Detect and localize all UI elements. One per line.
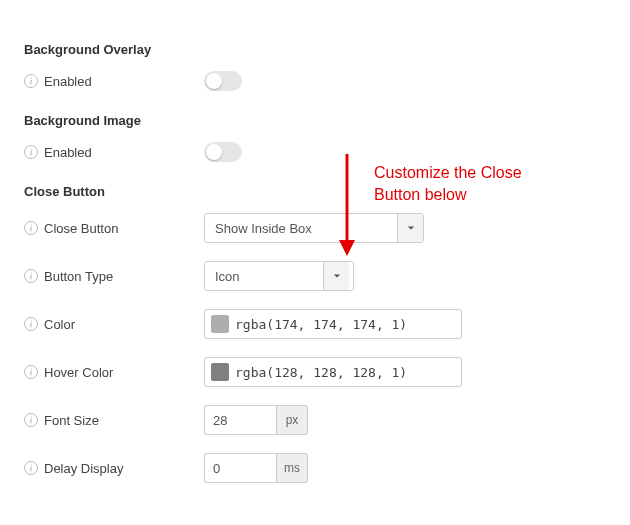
color-swatch[interactable]: [211, 363, 229, 381]
toggle-overlay-enabled[interactable]: [204, 71, 242, 91]
select-close-button-value: Show Inside Box: [205, 214, 397, 242]
label-button-type: Button Type: [44, 269, 113, 284]
row-close-button: i Close Button Show Inside Box: [24, 213, 614, 243]
input-color-text[interactable]: [235, 317, 455, 332]
input-color[interactable]: [204, 309, 462, 339]
label-font-size: Font Size: [44, 413, 99, 428]
section-heading-closebtn: Close Button: [24, 184, 614, 199]
info-icon[interactable]: i: [24, 413, 38, 427]
info-icon[interactable]: i: [24, 269, 38, 283]
input-font-size: px: [204, 405, 308, 435]
row-color: i Color: [24, 309, 614, 339]
chevron-down-icon[interactable]: [397, 214, 423, 242]
input-hover-color-text[interactable]: [235, 365, 455, 380]
label-close-button: Close Button: [44, 221, 118, 236]
toggle-knob: [206, 73, 222, 89]
row-delay-display: i Delay Display ms: [24, 453, 614, 483]
info-icon[interactable]: i: [24, 461, 38, 475]
input-hover-color[interactable]: [204, 357, 462, 387]
label-bgimage-enabled: Enabled: [44, 145, 92, 160]
row-hover-color: i Hover Color: [24, 357, 614, 387]
unit-px: px: [276, 405, 308, 435]
select-button-type-value: Icon: [205, 262, 323, 290]
input-font-size-value[interactable]: [204, 405, 276, 435]
select-close-button[interactable]: Show Inside Box: [204, 213, 424, 243]
input-delay-value[interactable]: [204, 453, 276, 483]
info-icon[interactable]: i: [24, 317, 38, 331]
toggle-bgimage-enabled[interactable]: [204, 142, 242, 162]
unit-ms: ms: [276, 453, 308, 483]
section-heading-overlay: Background Overlay: [24, 42, 614, 57]
row-font-size: i Font Size px: [24, 405, 614, 435]
info-icon[interactable]: i: [24, 74, 38, 88]
chevron-down-icon[interactable]: [323, 262, 349, 290]
info-icon[interactable]: i: [24, 221, 38, 235]
select-button-type[interactable]: Icon: [204, 261, 354, 291]
section-heading-bgimage: Background Image: [24, 113, 614, 128]
color-swatch[interactable]: [211, 315, 229, 333]
row-bgimage-enabled: i Enabled: [24, 142, 614, 162]
label-delay-display: Delay Display: [44, 461, 123, 476]
label-hover-color: Hover Color: [44, 365, 113, 380]
label-color: Color: [44, 317, 75, 332]
info-icon[interactable]: i: [24, 145, 38, 159]
row-button-type: i Button Type Icon: [24, 261, 614, 291]
label-overlay-enabled: Enabled: [44, 74, 92, 89]
input-delay-display: ms: [204, 453, 308, 483]
info-icon[interactable]: i: [24, 365, 38, 379]
row-overlay-enabled: i Enabled: [24, 71, 614, 91]
toggle-knob: [206, 144, 222, 160]
arrow-down-icon: [332, 152, 362, 262]
